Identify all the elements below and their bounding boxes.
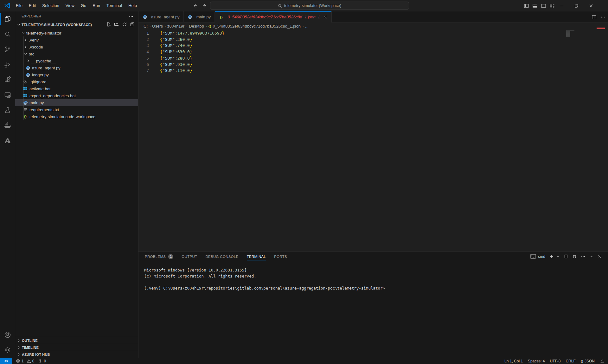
tab-label: 0_549f8352ef634dbc9c71cd7ba3526c8d_1.jso…	[227, 15, 316, 19]
section-azure-iot-hub[interactable]: AZURE IOT HUB	[15, 351, 138, 358]
toggle-panel-icon[interactable]	[532, 3, 538, 9]
breadcrumb-tail[interactable]: ...	[305, 24, 309, 29]
customize-layout-icon[interactable]	[549, 3, 555, 9]
activity-azure-icon[interactable]	[0, 133, 15, 148]
activity-extensions-icon[interactable]	[0, 72, 15, 87]
panel-tab-label: TERMINAL	[247, 255, 266, 259]
breadcrumb-file[interactable]: 0_549f8352ef634dbc9c71cd7ba3526c8d_1.jso…	[213, 24, 301, 29]
language-mode[interactable]: {} JSON	[581, 359, 595, 363]
tree-item-label: src	[29, 52, 34, 56]
tree-item-src[interactable]: src	[15, 50, 138, 57]
tab-azure-agent-py[interactable]: azure_agent.py	[138, 11, 184, 22]
cursor-position[interactable]: Ln 1, Col 1	[504, 359, 523, 363]
command-center-search[interactable]: telemetry-simulator (Workspace)	[210, 2, 409, 10]
terminal-output[interactable]: Microsoft Windows [Version 10.0.22631.31…	[144, 267, 385, 291]
menu-view[interactable]: View	[62, 2, 78, 10]
breadcrumb-segment[interactable]: z004h19r	[167, 24, 184, 29]
menu-selection[interactable]: Selection	[39, 2, 62, 10]
new-terminal-icon[interactable]	[549, 254, 554, 259]
split-terminal-icon[interactable]	[564, 254, 568, 259]
tree-item-export-dependencies-bat[interactable]: export_dependencies.bat	[15, 92, 138, 99]
tab-0-549f8352ef634dbc9c71cd7ba3526c8d-1-json[interactable]: {}0_549f8352ef634dbc9c71cd7ba3526c8d_1.j…	[215, 11, 332, 22]
kill-terminal-icon[interactable]	[572, 254, 577, 259]
workspace-title: TELEMETRY-SIMULATOR (WORKSPACE)	[22, 23, 92, 27]
nav-forward-icon[interactable]	[202, 3, 207, 8]
activity-docker-icon[interactable]	[0, 118, 15, 133]
activity-accounts-icon[interactable]	[0, 327, 15, 342]
refresh-icon[interactable]	[122, 22, 127, 27]
restore-button[interactable]	[569, 0, 584, 11]
close-window-button[interactable]	[584, 0, 598, 11]
tree-item--vscode[interactable]: .vscode	[15, 43, 138, 50]
menu-file[interactable]: File	[13, 2, 26, 10]
tab-more-actions-icon[interactable]	[600, 15, 605, 20]
tree-item-telemetry-simulator[interactable]: telemetry-simulator	[15, 29, 138, 36]
menu-run[interactable]: Run	[89, 2, 103, 10]
eol-sequence[interactable]: CRLF	[566, 359, 575, 363]
split-editor-icon[interactable]	[592, 15, 597, 20]
encoding[interactable]: UTF-8	[550, 359, 560, 363]
tree-item-logger-py[interactable]: logger.py	[15, 71, 138, 78]
breadcrumb-segment[interactable]: Users	[152, 24, 163, 29]
terminal-line: Microsoft Windows [Version 10.0.22631.31…	[144, 267, 385, 273]
terminal-dropdown-icon[interactable]	[556, 254, 560, 259]
tree-item-telemetry-simulator-code-workspace[interactable]: {}telemetry-simulator.code-workspace	[15, 113, 138, 120]
minimap[interactable]	[566, 30, 576, 37]
menu-go[interactable]: Go	[78, 2, 89, 10]
panel-tab-ports[interactable]: PORTS	[274, 252, 287, 261]
ports-status[interactable]: 0	[38, 359, 46, 363]
section-outline[interactable]: OUTLINE	[15, 337, 138, 344]
tab-main-py[interactable]: main.py	[184, 11, 215, 22]
new-file-icon[interactable]	[106, 22, 111, 27]
warning-count: 0	[32, 359, 35, 363]
breadcrumb-segment[interactable]: Desktop	[189, 24, 204, 29]
panel-tab-problems[interactable]: PROBLEMS1	[145, 252, 173, 261]
tree-item-main-py[interactable]: main.py	[15, 99, 138, 106]
panel-tab-terminal[interactable]: TERMINAL	[247, 252, 266, 261]
tab-label: azure_agent.py	[151, 15, 180, 19]
panel-more-actions-icon[interactable]	[581, 254, 586, 259]
terminal-shell-label[interactable]: cmd	[538, 254, 545, 259]
close-tab-icon[interactable]	[323, 15, 328, 19]
activity-run-debug-icon[interactable]	[0, 57, 15, 72]
tree-item--venv[interactable]: .venv	[15, 36, 138, 43]
activity-remote-explorer-icon[interactable]	[0, 87, 15, 103]
tree-item--gitignore[interactable]: .gitignore	[15, 78, 138, 85]
workspace-section-header[interactable]: TELEMETRY-SIMULATOR (WORKSPACE)	[15, 21, 138, 29]
close-panel-icon[interactable]	[598, 254, 602, 259]
menu-help[interactable]: Help	[125, 2, 140, 10]
maximize-panel-icon[interactable]	[589, 254, 594, 259]
menu-terminal[interactable]: Terminal	[103, 2, 125, 10]
remote-indicator[interactable]: ><	[0, 358, 12, 364]
activity-explorer-icon[interactable]	[0, 11, 15, 27]
tree-item--pycache-[interactable]: __pycache__	[15, 57, 138, 64]
terminal-shell-icon	[530, 254, 536, 259]
panel-tab-debug-console[interactable]: DEBUG CONSOLE	[205, 252, 238, 261]
tree-item-requirements-txt[interactable]: requirements.txt	[15, 106, 138, 113]
minimize-button[interactable]	[554, 0, 569, 11]
breadcrumb-segment[interactable]: C:	[144, 24, 148, 29]
collapse-folders-icon[interactable]	[130, 22, 135, 27]
explorer-more-actions-icon[interactable]	[129, 14, 134, 19]
activity-source-control-icon[interactable]	[0, 42, 15, 57]
toggle-sidebar-icon[interactable]	[524, 3, 529, 9]
search-icon	[278, 4, 282, 8]
indentation[interactable]: Spaces: 4	[528, 359, 545, 363]
tree-item-azure-agent-py[interactable]: azure_agent.py	[15, 64, 138, 71]
activity-testing-icon[interactable]	[0, 103, 15, 118]
json-file-icon: {}	[219, 15, 224, 20]
python-file-icon	[25, 72, 30, 77]
problems-status[interactable]: 1 0	[16, 359, 34, 363]
code-editor[interactable]: 1{"SUM":1477.8949903716593}2{"SUM":360.0…	[138, 30, 582, 74]
tree-item-activate-bat[interactable]: activate.bat	[15, 85, 138, 92]
nav-back-icon[interactable]	[193, 3, 198, 8]
notifications-bell-icon[interactable]	[600, 359, 604, 363]
problems-count-badge: 1	[168, 254, 173, 259]
new-folder-icon[interactable]	[114, 22, 119, 27]
activity-settings-icon[interactable]	[0, 342, 15, 358]
menu-edit[interactable]: Edit	[26, 2, 39, 10]
section-timeline[interactable]: TIMELINE	[15, 344, 138, 351]
panel-tab-output[interactable]: OUTPUT	[182, 252, 197, 261]
activity-search-icon[interactable]	[0, 27, 15, 42]
toggle-secondary-sidebar-icon[interactable]	[541, 3, 546, 9]
